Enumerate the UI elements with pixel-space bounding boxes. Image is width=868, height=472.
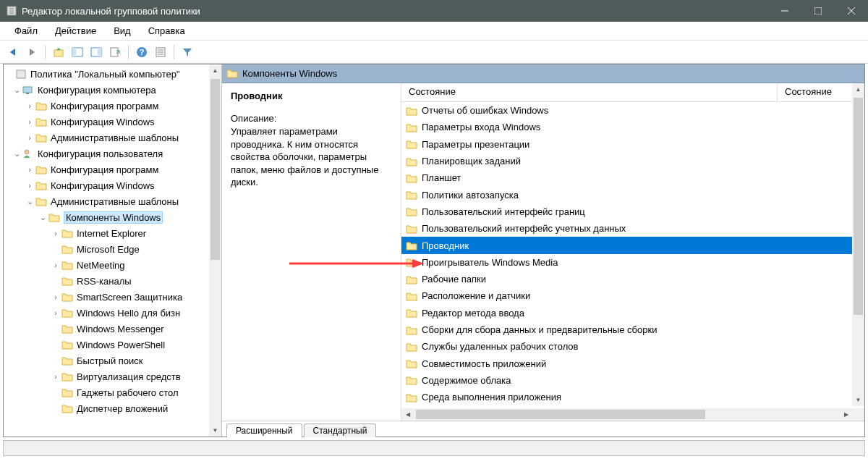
list-item[interactable]: Службы удаленных рабочих столов — [401, 338, 864, 355]
tab-standard[interactable]: Стандартный — [304, 423, 377, 437]
expander-icon[interactable]: › — [50, 229, 61, 237]
column-header-state[interactable]: Состояние — [401, 83, 778, 101]
expander-icon[interactable]: ⌄ — [11, 149, 22, 159]
list-item[interactable]: Проводник — [401, 237, 864, 253]
show-hide-tree-button[interactable] — [69, 43, 86, 61]
scroll-down-icon[interactable]: ▼ — [852, 394, 864, 406]
svg-rect-21 — [23, 87, 32, 93]
tree-windows-components[interactable]: ⌄ Компоненты Windows — [4, 209, 209, 225]
tree-ie[interactable]: › Internet Explorer — [4, 225, 209, 241]
export-button[interactable] — [106, 43, 124, 61]
expander-icon[interactable]: › — [50, 308, 61, 317]
tree-rss[interactable]: RSS-каналы — [4, 273, 209, 289]
tree-scrollbar[interactable]: ▲ ▼ — [209, 64, 221, 437]
up-folder-button[interactable] — [50, 43, 67, 61]
expander-icon[interactable]: ⌄ — [37, 213, 48, 222]
list-item[interactable]: Совместимость приложений — [401, 355, 864, 371]
menu-help[interactable]: Справка — [141, 23, 192, 38]
menubar: Файл Действие Вид Справка — [0, 22, 868, 41]
list-item[interactable]: Отчеты об ошибках Windows — [401, 102, 864, 119]
list-item[interactable]: Среда выполнения приложения — [401, 389, 864, 405]
back-button[interactable] — [4, 43, 22, 61]
list-horizontal-scrollbar[interactable]: ◀ ▶ — [401, 408, 852, 421]
list-item[interactable]: Планшет — [401, 169, 864, 186]
expander-icon[interactable]: › — [50, 372, 61, 381]
toolbar-separator — [128, 45, 129, 59]
scroll-thumb[interactable] — [416, 410, 705, 419]
expander-icon[interactable]: › — [24, 165, 35, 174]
tree-user-windows[interactable]: › Конфигурация Windows — [4, 177, 209, 193]
folder-icon — [61, 355, 75, 366]
list-item[interactable]: Редактор метода ввода — [401, 305, 864, 321]
expander-icon[interactable]: › — [24, 181, 35, 190]
tree-computer-windows[interactable]: › Конфигурация Windows — [4, 114, 209, 130]
menu-view[interactable]: Вид — [106, 23, 138, 38]
show-hide-action-button[interactable] — [88, 43, 105, 61]
expander-icon[interactable]: › — [24, 117, 35, 126]
list-body[interactable]: Отчеты об ошибках WindowsПараметры входа… — [401, 102, 864, 421]
tab-extended[interactable]: Расширенный — [226, 423, 302, 437]
close-button[interactable] — [835, 0, 868, 22]
list-item-label: Политики автозапуска — [422, 190, 519, 201]
tree-user-config[interactable]: ⌄ Конфигурация пользователя — [4, 146, 209, 161]
column-header-state2[interactable]: Состояние — [778, 83, 864, 101]
list-item[interactable]: Расположение и датчики — [401, 287, 864, 304]
expander-icon[interactable]: › — [24, 133, 35, 142]
list-item-label: Проигрыватель Windows Media — [422, 257, 558, 268]
scroll-up-icon[interactable]: ▲ — [852, 83, 864, 96]
scroll-right-icon[interactable]: ▶ — [840, 408, 852, 421]
list-item[interactable]: Политики автозапуска — [401, 186, 864, 203]
tree-hello[interactable]: › Windows Hello для бизн — [4, 305, 209, 321]
tree-messenger[interactable]: Windows Messenger — [4, 321, 209, 337]
tree-computer-config[interactable]: ⌄ Конфигурация компьютера — [4, 82, 209, 98]
tree-root[interactable]: Политика "Локальный компьютер" — [4, 66, 209, 82]
tree-computer-software[interactable]: › Конфигурация программ — [4, 98, 209, 114]
tree-powershell[interactable]: Windows PowerShell — [4, 337, 209, 353]
folder-icon — [35, 116, 48, 127]
expander-icon[interactable]: › — [50, 292, 61, 301]
list-item[interactable]: Параметры презентации — [401, 136, 864, 153]
expander-icon[interactable]: › — [24, 101, 35, 110]
list-item[interactable]: Содержимое облака — [401, 372, 864, 389]
scroll-thumb[interactable] — [854, 98, 863, 315]
list-vertical-scrollbar[interactable]: ▲ ▼ — [852, 83, 864, 406]
tree-gadgets[interactable]: Гаджеты рабочего стол — [4, 384, 209, 400]
list-item[interactable]: Проигрыватель Windows Media — [401, 254, 864, 271]
help-button[interactable]: ? — [133, 43, 150, 61]
list-item[interactable]: Пользовательский интерфейс границ — [401, 203, 864, 220]
expander-icon[interactable]: › — [50, 261, 61, 269]
tree-netmeeting[interactable]: › NetMeeting — [4, 257, 209, 273]
minimize-button[interactable] — [768, 0, 801, 22]
menu-action[interactable]: Действие — [48, 23, 103, 38]
tree-quicksearch[interactable]: Быстрый поиск — [4, 353, 209, 368]
tree-computer-admin[interactable]: › Административные шаблоны — [4, 130, 209, 146]
expander-icon[interactable]: ⌄ — [11, 85, 22, 95]
scroll-left-icon[interactable]: ◀ — [401, 408, 414, 421]
forward-button[interactable] — [23, 43, 41, 61]
list-item[interactable]: Сборки для сбора данных и предварительны… — [401, 321, 864, 338]
maximize-button[interactable] — [801, 0, 835, 22]
tree-view[interactable]: Политика "Локальный компьютер" ⌄ Конфигу… — [4, 64, 209, 437]
list-item[interactable]: Пользовательский интерфейс учетных данны… — [401, 220, 864, 237]
tree-attachments[interactable]: Диспетчер вложений — [4, 400, 209, 416]
menu-file[interactable]: Файл — [7, 23, 45, 38]
list-item[interactable]: Рабочие папки — [401, 271, 864, 287]
list-item[interactable]: Параметры входа Windows — [401, 119, 864, 135]
scroll-thumb[interactable] — [210, 79, 220, 260]
details-body: Проводник Описание: Управляет параметрам… — [222, 83, 864, 421]
tree-user-admin[interactable]: ⌄ Административные шаблоны — [4, 193, 209, 209]
scroll-down-icon[interactable]: ▼ — [209, 424, 221, 437]
filter-button[interactable] — [179, 43, 196, 61]
tree-virtualization[interactable]: › Виртуализация средств — [4, 368, 209, 384]
folder-icon — [406, 206, 419, 217]
list-item-label: Редактор метода ввода — [422, 308, 524, 319]
tree-smartscreen[interactable]: › SmartScreen Защитника — [4, 289, 209, 305]
tree-user-software[interactable]: › Конфигурация программ — [4, 161, 209, 177]
tree-edge[interactable]: Microsoft Edge — [4, 241, 209, 257]
scroll-up-icon[interactable]: ▲ — [209, 64, 221, 77]
list-item[interactable]: Планировщик заданий — [401, 153, 864, 169]
folder-icon — [406, 240, 419, 251]
expander-icon[interactable]: ⌄ — [24, 197, 35, 206]
folder-icon — [61, 387, 75, 398]
properties-button[interactable] — [152, 43, 169, 61]
